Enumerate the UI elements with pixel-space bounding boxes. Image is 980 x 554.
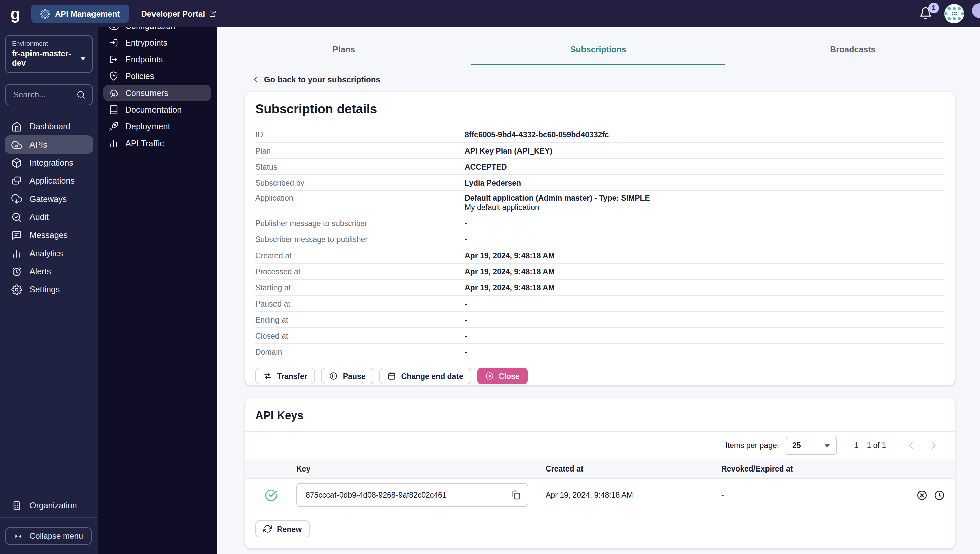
api-management-switcher[interactable]: API Management [31, 5, 129, 23]
sidebar-item-label: Dashboard [30, 122, 70, 131]
collapse-menu-button[interactable]: Collapse menu [5, 527, 92, 544]
items-per-page-label: Items per page: [725, 441, 779, 449]
api-sidebar-item-entrypoints[interactable]: Entrypoints [98, 34, 216, 51]
gear-icon [40, 9, 49, 18]
chevron-down-icon [80, 57, 86, 60]
copy-icon[interactable] [511, 490, 522, 500]
search-input[interactable] [12, 89, 72, 100]
chevron-left-icon [251, 76, 259, 84]
sidebar-item-analytics[interactable]: Analytics [0, 244, 98, 262]
sidebar-item-label: Organization [30, 501, 77, 510]
api-key-created-at: Apr 19, 2024, 9:48:18 AM [546, 491, 721, 499]
api-keys-card: API Keys Items per page: 25 1 – 1 of 1 K… [245, 398, 955, 548]
box-icon [11, 157, 22, 168]
sidebar-item-organization[interactable]: Organization [0, 497, 98, 514]
book-icon [108, 105, 119, 115]
go-back-link[interactable]: Go back to your subscriptions [251, 75, 380, 85]
tab-label: Broadcasts [830, 45, 875, 54]
bar-chart-icon [108, 138, 119, 148]
next-page-button[interactable] [928, 439, 940, 451]
api-sidebar-item-api-traffic[interactable]: API Traffic [98, 135, 216, 152]
revoke-key-icon[interactable] [916, 489, 928, 501]
sidebar-bottom: Organization Collapse menu [0, 497, 98, 554]
notification-badge: 1 [928, 2, 939, 13]
external-link-icon [209, 10, 216, 18]
transfer-button[interactable]: Transfer [255, 367, 315, 384]
api-sidebar-item-label: Endpoints [125, 55, 162, 64]
api-sidebar-item-consumers[interactable]: Consumers [103, 85, 211, 101]
detail-row-plan: PlanAPI Key Plan (API_KEY) [255, 143, 945, 159]
sidebar-item-label: Alerts [30, 267, 51, 276]
search-icon [76, 90, 86, 99]
gravitee-logo[interactable]: g [0, 2, 31, 26]
sidebar-item-apis[interactable]: APIs [5, 136, 93, 153]
tab-label: Plans [332, 45, 355, 54]
api-sidebar-item-endpoints[interactable]: Endpoints [98, 51, 216, 68]
subscription-details-card: Subscription details ID8ffc6005-9bd4-433… [245, 92, 955, 385]
api-sidebar-item-label: Consumers [125, 88, 168, 97]
building-icon [11, 500, 22, 511]
x-circle-icon [485, 372, 494, 380]
message-icon [11, 230, 22, 240]
sidebar-item-audit[interactable]: Audit [0, 208, 98, 226]
sidebar-item-label: Analytics [30, 249, 63, 258]
sidebar-item-alerts[interactable]: Alerts [0, 262, 98, 280]
sidebar-nav: Dashboard APIs Integrations Applications… [0, 117, 98, 299]
sidebar-item-label: Settings [30, 285, 60, 294]
items-per-page-value: 25 [792, 441, 801, 449]
sidebar-item-label: APIs [30, 140, 47, 149]
collapse-icon [14, 532, 23, 540]
column-header-created-at: Created at [546, 465, 721, 473]
top-bar: g API Management Developer Portal 1 [0, 0, 980, 27]
sidebar-item-label: Applications [30, 176, 75, 185]
tab-plans[interactable]: Plans [216, 38, 471, 61]
sidebar-item-applications[interactable]: Applications [0, 172, 98, 190]
sidebar-item-gateways[interactable]: Gateways [0, 190, 98, 208]
sidebar-search [5, 84, 92, 105]
api-key-revoked-at: - [721, 491, 897, 499]
transfer-icon [263, 372, 272, 380]
column-header-key: Key [296, 465, 546, 473]
tab-subscriptions[interactable]: Subscriptions [471, 38, 725, 61]
items-per-page-select[interactable]: 25 [786, 436, 837, 454]
column-header-revoked-expired: Revoked/Expired at [721, 465, 897, 473]
detail-row-paused-at: Paused at- [255, 296, 945, 312]
api-sidebar: Configuration Entrypoints Endpoints Poli… [98, 27, 216, 554]
calendar-icon [388, 372, 396, 380]
subscription-actions: Transfer Pause Change end date Close [255, 367, 945, 384]
chevron-down-icon [824, 444, 830, 447]
alarm-icon [11, 266, 22, 277]
sidebar-item-settings[interactable]: Settings [0, 280, 98, 299]
sidebar-item-dashboard[interactable]: Dashboard [0, 117, 98, 136]
api-key-field [296, 483, 528, 507]
developer-portal-link[interactable]: Developer Portal [141, 9, 216, 18]
environment-selector[interactable]: Environment fr-apim-master-dev [5, 35, 92, 73]
close-subscription-button[interactable]: Close [477, 367, 528, 384]
change-end-date-button[interactable]: Change end date [380, 367, 471, 384]
tab-bar: Plans Subscriptions Broadcasts [216, 38, 980, 61]
detail-row-closed-at: Closed at- [255, 328, 945, 344]
detail-row-starting-at: Starting atApr 19, 2024, 9:48:18 AM [255, 280, 945, 296]
api-key-input[interactable] [304, 490, 511, 500]
api-sidebar-item-configuration[interactable]: Configuration [98, 27, 216, 34]
details-rows: ID8ffc6005-9bd4-4332-bc60-059bd40332fc P… [255, 127, 945, 359]
sidebar-item-integrations[interactable]: Integrations [0, 153, 98, 172]
gear-cloud-icon [108, 27, 119, 31]
pause-button[interactable]: Pause [321, 367, 374, 384]
expire-key-icon[interactable] [934, 489, 945, 501]
api-management-label: API Management [55, 9, 120, 18]
api-sidebar-item-documentation[interactable]: Documentation [98, 101, 216, 118]
sidebar-item-messages[interactable]: Messages [0, 226, 98, 244]
api-sidebar-item-policies[interactable]: Policies [98, 68, 216, 85]
home-icon [11, 121, 22, 132]
tab-broadcasts[interactable]: Broadcasts [725, 38, 980, 61]
notifications-button[interactable]: 1 [919, 6, 934, 21]
avatar[interactable] [945, 4, 964, 24]
api-sidebar-item-label: API Traffic [125, 139, 164, 148]
previous-page-button[interactable] [905, 439, 917, 451]
cloud-icon [11, 139, 22, 150]
detail-row-id: ID8ffc6005-9bd4-4332-bc60-059bd40332fc [255, 127, 945, 143]
api-sidebar-item-deployment[interactable]: Deployment [98, 118, 216, 135]
renew-button[interactable]: Renew [255, 520, 310, 537]
search-check-icon [11, 212, 22, 222]
